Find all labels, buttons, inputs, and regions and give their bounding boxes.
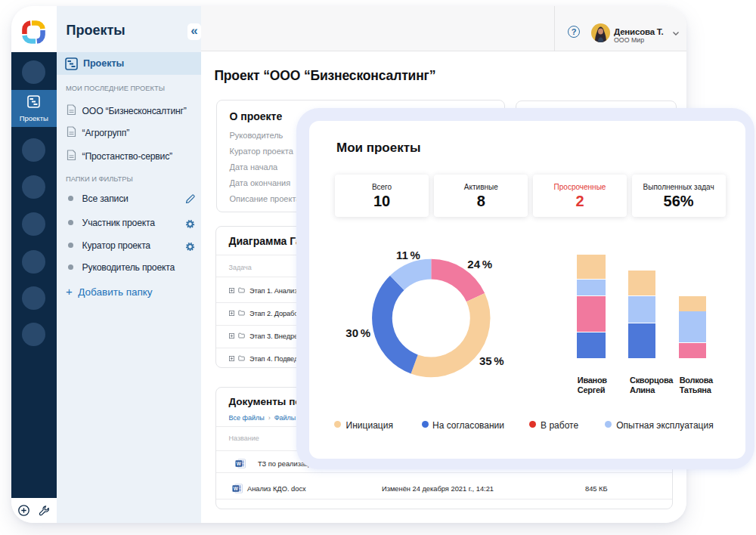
svg-text:W: W [234,486,239,491]
svg-text:W: W [236,461,241,466]
